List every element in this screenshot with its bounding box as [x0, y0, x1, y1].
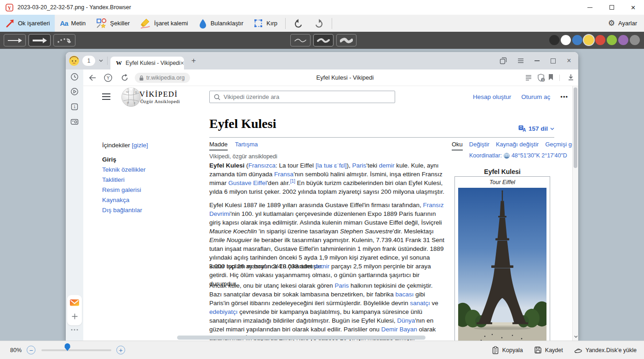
- shapes-tool-button[interactable]: Şekiller: [91, 15, 135, 32]
- tab-read[interactable]: Oku: [452, 141, 463, 151]
- toc-item-giris[interactable]: Giriş: [102, 155, 199, 165]
- settings-button[interactable]: ⚙ Ayarlar: [608, 18, 644, 28]
- url-field[interactable]: tr.wikipedia.org: [135, 73, 190, 83]
- screenshot-tool-button[interactable]: [70, 117, 79, 126]
- crop-tool-button[interactable]: Kırp: [248, 15, 282, 32]
- undo-button[interactable]: [288, 15, 309, 32]
- arrow-style-thick-button[interactable]: [29, 34, 51, 46]
- protect-shield-button[interactable]: 1: [537, 74, 545, 82]
- upload-to-disk-button[interactable]: Yandex.Disk'e yükle: [574, 346, 637, 354]
- copy-button[interactable]: Kopyala: [492, 346, 523, 354]
- toc-item-resim-galerisi[interactable]: Resim galerisi: [102, 185, 199, 195]
- editor-canvas[interactable]: 1 W Eyfel Kulesi - Vikipedi × +: [0, 49, 644, 341]
- download-button[interactable]: [567, 74, 575, 82]
- color-swatch-yellow[interactable]: [584, 35, 594, 45]
- wiki-search-box[interactable]: [209, 91, 395, 103]
- yandex-mail-button[interactable]: [69, 299, 80, 307]
- bookmark-button[interactable]: [548, 74, 556, 82]
- color-swatch-blue[interactable]: [572, 35, 582, 45]
- language-selector[interactable]: A 157 dil: [518, 125, 554, 132]
- scroll-down-button[interactable]: [573, 333, 578, 340]
- reader-mode-button[interactable]: [525, 74, 533, 82]
- table-of-contents: İçindekiler [gizle] Giriş Teknik özellik…: [102, 142, 199, 215]
- browser-minimize-button[interactable]: [532, 56, 541, 65]
- thin-arrow-icon: [7, 37, 23, 44]
- save-button[interactable]: Kaydet: [534, 346, 563, 354]
- close-icon: ×: [631, 4, 636, 12]
- zoom-slider[interactable]: [41, 349, 111, 351]
- browser-close-button[interactable]: ×: [564, 56, 574, 65]
- line-weight-thick-button[interactable]: [336, 34, 356, 46]
- more-options-icon[interactable]: •••: [560, 93, 568, 100]
- sidebar-more-button[interactable]: [71, 329, 78, 330]
- canvas-horizontal-scrollbar[interactable]: [177, 336, 426, 340]
- browser-sidebar: 1: [66, 69, 83, 341]
- undo-icon: [293, 18, 304, 29]
- color-swatch-gray[interactable]: [630, 35, 640, 45]
- wikipedia-logo[interactable]: W Ω И E: [121, 87, 141, 107]
- tab-article[interactable]: Madde: [209, 141, 228, 151]
- video-button[interactable]: [70, 87, 79, 96]
- svg-text:Y: Y: [107, 75, 110, 81]
- redo-button[interactable]: [309, 15, 329, 32]
- arrow-style-dotted-button[interactable]: [53, 34, 75, 46]
- new-tab-button[interactable]: +: [189, 56, 198, 65]
- wiki-menu-button[interactable]: [102, 93, 110, 100]
- reload-button[interactable]: [121, 74, 129, 82]
- page-scrollbar[interactable]: [572, 86, 578, 341]
- tab-talk[interactable]: Tartışma: [235, 141, 258, 151]
- color-swatch-white[interactable]: [561, 35, 571, 45]
- tab-counter[interactable]: 1: [82, 56, 95, 66]
- wikipedia-wordmark[interactable]: VİKİPEDİ: [139, 90, 178, 99]
- tab-edit[interactable]: Değiştir: [469, 141, 489, 151]
- sign-in-link[interactable]: Oturum aç: [521, 93, 550, 100]
- color-swatch-red[interactable]: [595, 35, 605, 45]
- plus-icon: [71, 313, 78, 320]
- marker-icon: [140, 18, 151, 29]
- tabs-panel-button[interactable]: 1: [70, 103, 79, 111]
- toc-hide-link[interactable]: [gizle]: [132, 142, 148, 149]
- wikipedia-page: W Ω И E VİKİPEDİ Özgür Ansiklopedi: [83, 86, 578, 341]
- zoom-slider-handle[interactable]: [64, 343, 70, 351]
- tab-close-icon[interactable]: ×: [180, 60, 184, 66]
- history-button[interactable]: [70, 73, 79, 81]
- side-panel-button[interactable]: [499, 56, 508, 65]
- browser-maximize-button[interactable]: [548, 56, 558, 65]
- blur-tool-button[interactable]: Bulanıklaştır: [193, 15, 249, 32]
- toc-item-kaynakca[interactable]: Kaynakça: [102, 195, 199, 205]
- maximize-button[interactable]: [601, 0, 622, 15]
- active-tab[interactable]: W Eyfel Kulesi - Vikipedi ×: [110, 57, 184, 69]
- chevron-down-icon: [550, 127, 554, 130]
- zoom-in-button[interactable]: +: [116, 346, 125, 354]
- marker-tool-button[interactable]: İşaret kalemi: [135, 15, 193, 32]
- text-tool-button[interactable]: Aa Metin: [55, 15, 91, 32]
- color-swatch-black[interactable]: [549, 35, 559, 45]
- toc-item-taklitleri[interactable]: Taklitleri: [102, 175, 199, 185]
- search-input[interactable]: [224, 93, 395, 100]
- scrollbar-thumb[interactable]: [574, 87, 577, 168]
- browser-menu-button[interactable]: [516, 56, 525, 65]
- line-weight-thin-button[interactable]: [290, 34, 310, 46]
- line-weight-medium-button[interactable]: [313, 34, 334, 46]
- arrows-tool-button[interactable]: Ok işaretleri: [0, 15, 55, 32]
- yandex-button[interactable]: Y: [104, 74, 112, 82]
- create-account-link[interactable]: Hesap oluştur: [473, 93, 511, 100]
- toc-item-dis-baglantilar[interactable]: Dış bağlantılar: [102, 205, 199, 215]
- arrow-style-thin-button[interactable]: [4, 34, 26, 46]
- tab-edit-source[interactable]: Kaynağı değiştir: [496, 141, 539, 151]
- minimize-button[interactable]: [579, 0, 601, 15]
- toc-item-teknik-ozellikler[interactable]: Teknik özellikler: [102, 165, 199, 175]
- eiffel-tower-photo[interactable]: [458, 188, 546, 341]
- close-button[interactable]: ×: [622, 0, 644, 15]
- coordinates[interactable]: Koordinatlar: 48°51'30"K 2°17'40"D: [469, 152, 567, 159]
- shield-icon: 1: [537, 74, 545, 82]
- add-shortcut-button[interactable]: [70, 312, 79, 321]
- color-swatch-purple[interactable]: [618, 35, 628, 45]
- editor-bottom-bar: 80% − + Kopyala: [0, 341, 644, 359]
- maximize-icon: [551, 58, 556, 64]
- line-weight-group: [290, 34, 356, 46]
- color-swatch-green[interactable]: [607, 35, 617, 45]
- tab-list-chevron[interactable]: [96, 56, 105, 66]
- zoom-out-button[interactable]: −: [27, 346, 35, 354]
- back-button[interactable]: [88, 74, 97, 82]
